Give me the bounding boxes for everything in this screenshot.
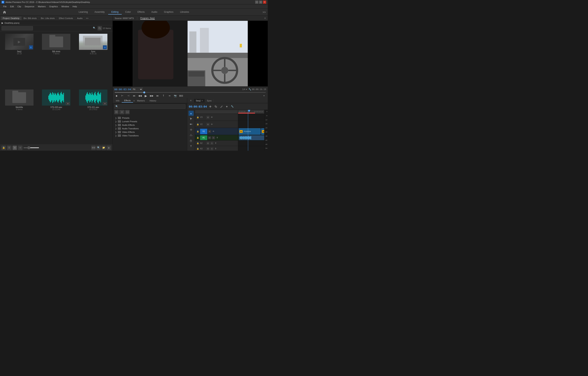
- v1-lock-button[interactable]: 🔒: [196, 130, 199, 133]
- tab-audio[interactable]: Audio: [148, 10, 160, 14]
- tree-presets[interactable]: ❯ Presets: [113, 116, 187, 120]
- menu-edit[interactable]: Edit: [9, 5, 15, 8]
- tab-effect-controls[interactable]: Effect Controls: [57, 16, 75, 20]
- eraser-tool[interactable]: [189, 133, 194, 138]
- new-preset-button[interactable]: [114, 110, 119, 114]
- hand-tool[interactable]: [189, 138, 194, 143]
- track-v2-content[interactable]: [238, 121, 264, 128]
- clear-button[interactable]: 🗑: [107, 146, 111, 150]
- timeline-timecode[interactable]: 00:00:03:04: [189, 105, 207, 108]
- tab-effects[interactable]: Effects: [134, 10, 147, 14]
- lock-button[interactable]: 🔒: [1, 146, 6, 150]
- v3-visibility-button[interactable]: 👁: [210, 116, 213, 119]
- tab-bin-bla[interactable]: Bin: Blå shots: [21, 16, 39, 20]
- seq1-menu-icon[interactable]: ≡: [202, 100, 203, 102]
- tab-bin-lilla[interactable]: Bin: Lilla shots: [39, 16, 57, 20]
- menu-graphics[interactable]: Graphics: [48, 5, 59, 8]
- tab-markers[interactable]: Markers: [135, 99, 147, 102]
- tab-project[interactable]: Project: Deathtrip: [1, 16, 21, 20]
- project-item-bla-shots[interactable]: Blå shots 7 Items: [39, 33, 74, 87]
- clip-p100004-1[interactable]: fx P100004: [239, 128, 261, 135]
- tab-graphics[interactable]: Graphics: [161, 10, 177, 14]
- tab-editing[interactable]: Editing: [108, 10, 122, 14]
- a3-mic-button[interactable]: 🎙: [214, 147, 217, 150]
- menu-window[interactable]: Window: [60, 5, 71, 8]
- minimize-button[interactable]: ─: [255, 0, 258, 4]
- a1-active-button[interactable]: A1: [200, 135, 207, 140]
- preset-type-button[interactable]: YUV: [125, 110, 130, 114]
- new-bin-button[interactable]: 📁: [102, 146, 106, 150]
- v3-settings-button[interactable]: [206, 116, 210, 119]
- zoom-slider[interactable]: [23, 147, 39, 148]
- track-a2-content[interactable]: [238, 141, 264, 146]
- v1-visibility-button[interactable]: 👁: [212, 130, 215, 133]
- mark-out-button[interactable]: ⊣: [126, 94, 130, 98]
- type-tool[interactable]: T: [189, 144, 194, 149]
- tab-audio-panel[interactable]: Audio: [75, 16, 85, 20]
- tab-sync[interactable]: Sync: [205, 99, 214, 102]
- snap-button[interactable]: [208, 104, 212, 109]
- a3-lock-button[interactable]: 🔒: [196, 147, 199, 150]
- marker-button[interactable]: ◆: [225, 104, 229, 109]
- project-item-seq1[interactable]: ▶ ▤ Seq1 16:19: [1, 33, 37, 87]
- list-view-button[interactable]: ☰: [7, 146, 11, 150]
- track-v1-content[interactable]: fx P100004 fx P100004 ▶: [238, 128, 264, 135]
- tab-seq1[interactable]: Seq1 ≡: [194, 99, 205, 102]
- track-a3-content[interactable]: [238, 146, 264, 151]
- automate-button[interactable]: ⊞⊞: [91, 146, 96, 150]
- program-playbar[interactable]: [115, 92, 266, 93]
- project-item-ste021[interactable]: ▤ STE-021.wav 20:27632: [75, 89, 111, 143]
- menu-markers[interactable]: Markers: [36, 5, 47, 8]
- menu-sequence[interactable]: Sequence: [23, 5, 36, 8]
- icon-view-button[interactable]: ⊞: [12, 146, 17, 150]
- track-v3-content[interactable]: [238, 114, 264, 121]
- free-view-button[interactable]: ⊙: [18, 146, 22, 150]
- video-screen[interactable]: [113, 21, 268, 86]
- v1-settings-button[interactable]: [208, 130, 211, 133]
- step-forward-button[interactable]: ▶▶: [149, 94, 154, 98]
- tree-audio-effects[interactable]: ❯ Audio Effects: [113, 123, 187, 127]
- play-button[interactable]: ▶: [144, 94, 148, 98]
- fit-dropdown[interactable]: Fit 25% 50% 75% 100%: [131, 87, 143, 91]
- step-back-button[interactable]: ◀◀: [138, 94, 142, 98]
- selection-tool[interactable]: ▲: [189, 111, 194, 116]
- track-a1-content[interactable]: [238, 135, 264, 141]
- a1-mic-button[interactable]: 🎙: [216, 136, 219, 139]
- a2-solo-button[interactable]: S: [210, 142, 213, 145]
- v2-lock-button[interactable]: 🔒: [196, 123, 199, 126]
- add-button[interactable]: +: [262, 94, 266, 98]
- clip-p100004-2[interactable]: fx P100004: [261, 128, 264, 135]
- track-select-tool[interactable]: [189, 116, 194, 121]
- a2-lock-button[interactable]: 🔒: [196, 142, 199, 145]
- program-timeline-slider[interactable]: [114, 91, 266, 94]
- a2-mute-button[interactable]: M: [206, 142, 210, 145]
- extract-button[interactable]: ⇥: [167, 94, 171, 98]
- clip-audio-a1[interactable]: [239, 135, 264, 140]
- go-to-in-button[interactable]: ⏮: [132, 94, 136, 98]
- export-frame-button[interactable]: 📷: [173, 94, 177, 98]
- a2-mic-button[interactable]: 🎙: [214, 142, 217, 145]
- tab-libraries[interactable]: Libraries: [177, 10, 192, 14]
- ripple-edit-tool[interactable]: [189, 122, 194, 127]
- linked-select-button[interactable]: [214, 104, 218, 109]
- tab-info[interactable]: Info: [114, 99, 122, 102]
- program-monitor-menu-icon[interactable]: ≡: [264, 17, 266, 20]
- v3-lock-button[interactable]: 🔒: [196, 116, 199, 119]
- effects-search-input[interactable]: [114, 104, 185, 109]
- project-item-ste020[interactable]: ▤ STE-020.wav 15:11140: [39, 89, 74, 143]
- menu-help[interactable]: Help: [71, 5, 79, 8]
- v1-active-button[interactable]: V1: [200, 129, 207, 134]
- close-button[interactable]: ✕: [263, 0, 266, 4]
- a1-lock-button[interactable]: 🔒: [196, 136, 199, 139]
- tab-effects[interactable]: Effects: [122, 99, 133, 103]
- tab-assembly[interactable]: Assembly: [91, 10, 108, 14]
- tab-learning[interactable]: Learning: [75, 10, 91, 14]
- project-item-morklilla[interactable]: Mørklilla 9 Items: [1, 89, 37, 143]
- a3-solo-button[interactable]: S: [210, 147, 213, 150]
- go-to-out-button[interactable]: ⏭: [156, 94, 160, 98]
- wrench-timeline-button[interactable]: 🔧: [230, 104, 234, 109]
- a3-mute-button[interactable]: M: [206, 147, 210, 150]
- more-workspaces-button[interactable]: >>: [263, 11, 266, 14]
- maximize-button[interactable]: □: [259, 0, 262, 4]
- timeline-close-icon[interactable]: ✕: [188, 99, 194, 102]
